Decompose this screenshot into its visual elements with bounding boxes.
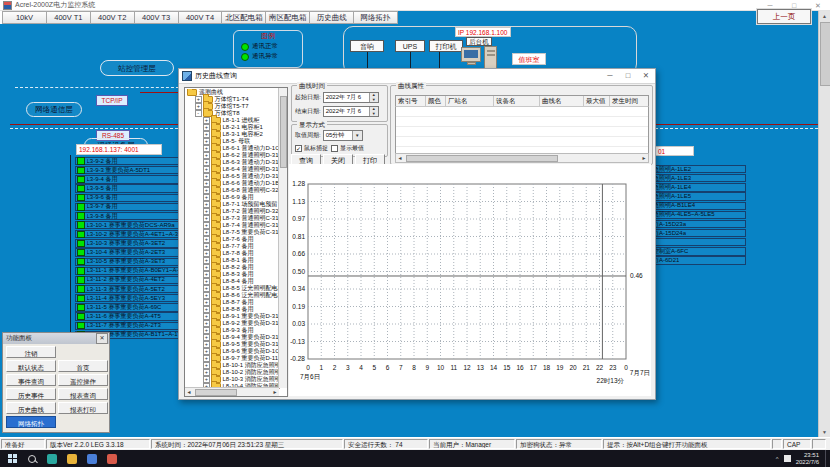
expand-toggle-icon[interactable]: + xyxy=(203,348,210,355)
func-button-历史曲线[interactable]: 历史曲线 xyxy=(6,402,56,414)
period-combo[interactable]: 05分钟 ▼ xyxy=(323,130,363,141)
device-row[interactable]: 急照明A-1LE2 xyxy=(650,165,746,173)
expand-toggle-icon[interactable]: + xyxy=(203,194,210,201)
taskbar-app-icon[interactable] xyxy=(84,452,100,465)
func-button-报表打印[interactable]: 报表打印 xyxy=(58,402,108,414)
expand-toggle-icon[interactable]: + xyxy=(203,250,210,257)
tray-white-icon[interactable] xyxy=(784,455,791,462)
expand-toggle-icon[interactable]: + xyxy=(203,131,210,138)
device-row[interactable]: L3-9-4 备用 xyxy=(75,175,179,183)
device-row[interactable]: 力A-15D24a xyxy=(650,229,746,237)
device-row[interactable]: L3-9-8 备用 xyxy=(75,212,179,220)
spinner-icon[interactable]: ▲▼ xyxy=(369,107,378,116)
device-row[interactable] xyxy=(650,238,746,246)
device-row[interactable]: L3-10-5 赛事重要负荷A-3ET3 xyxy=(75,258,179,266)
function-panel-close-icon[interactable]: ✕ xyxy=(96,333,108,344)
expand-toggle-icon[interactable]: + xyxy=(203,257,210,264)
device-row[interactable]: 力A-6D21 xyxy=(650,256,746,264)
expand-toggle-icon[interactable]: + xyxy=(203,292,210,299)
device-row[interactable]: L3-9-3 重要负荷A-5DT1 xyxy=(75,166,179,174)
func-button-首页[interactable]: 首页 xyxy=(58,360,108,372)
device-row[interactable]: 急照明A-1LE4 xyxy=(650,183,746,191)
tab-北区配电箱[interactable]: 北区配电箱 xyxy=(222,11,266,24)
func-button-注销[interactable]: 注销 xyxy=(6,346,56,358)
device-row[interactable]: L3-11-1 赛事重要负荷A-B0EY1~A-2B xyxy=(75,267,179,275)
func-button-历史事件[interactable]: 历史事件 xyxy=(6,388,56,400)
table-row[interactable] xyxy=(396,107,648,117)
table-row[interactable] xyxy=(396,137,648,147)
prev-page-button[interactable]: 上一页 xyxy=(757,9,811,24)
device-row[interactable]: 力A-15D23a xyxy=(650,220,746,228)
expand-toggle-icon[interactable]: - xyxy=(195,110,202,117)
expand-toggle-icon[interactable]: + xyxy=(203,236,210,243)
expand-toggle-icon[interactable]: + xyxy=(203,362,210,369)
windows-start-icon[interactable] xyxy=(4,452,20,465)
device-row[interactable]: 急照明A-1LE5 xyxy=(650,192,746,200)
device-row[interactable]: L3-9-7 备用 xyxy=(75,203,179,211)
device-row[interactable]: L3-10-3 赛事重要负荷A-3ET2 xyxy=(75,239,179,247)
taskbar-clock[interactable]: 23:51 2022/7/6 xyxy=(796,452,819,466)
expand-toggle-icon[interactable]: + xyxy=(203,173,210,180)
expand-toggle-icon[interactable]: + xyxy=(203,271,210,278)
show-max-checkbox[interactable] xyxy=(331,145,338,152)
tree-vertical-scrollbar[interactable] xyxy=(278,88,287,388)
func-button-默认状态[interactable]: 默认状态 xyxy=(6,360,56,372)
chevron-down-icon[interactable]: ▼ xyxy=(352,131,362,140)
device-row[interactable]: 急照明A-4LE5~A-5LE5 xyxy=(650,211,746,219)
func-button-active[interactable]: 网络拓扑 xyxy=(6,416,56,428)
device-row[interactable]: 急照明A-B1LE4 xyxy=(650,202,746,210)
device-row[interactable]: L3-10-1 赛事重要负荷DCS-AR9a xyxy=(75,221,179,229)
expand-toggle-icon[interactable]: + xyxy=(203,201,210,208)
tab-400V T2[interactable]: 400V T2 xyxy=(91,11,135,24)
device-row[interactable]: L3-10-2 赛事重要负荷A-4ET1~A-3ET1 xyxy=(75,230,179,238)
device-row[interactable]: L3-11-5 赛事重要负荷A-69C xyxy=(75,303,179,311)
expand-toggle-icon[interactable]: + xyxy=(203,355,210,362)
func-button-事件查询[interactable]: 事件查询 xyxy=(6,374,56,386)
function-panel-titlebar[interactable]: 功能面板 ✕ xyxy=(3,333,109,344)
backend-computer-icon[interactable] xyxy=(461,47,481,62)
scrollbar-thumb[interactable] xyxy=(820,22,830,86)
tab-10kV[interactable]: 10kV xyxy=(2,11,47,24)
expand-toggle-icon[interactable]: + xyxy=(203,208,210,215)
device-row[interactable]: L3-11-4 赛事重要负荷A-5EY3 xyxy=(75,294,179,302)
dialog-close-button[interactable]: ✕ xyxy=(637,69,655,83)
expand-toggle-icon[interactable]: + xyxy=(203,138,210,145)
tab-网络拓扑[interactable]: 网络拓扑 xyxy=(354,11,398,24)
expand-toggle-icon[interactable]: + xyxy=(203,243,210,250)
func-button-报表查询[interactable]: 报表查询 xyxy=(58,388,108,400)
folder-icon[interactable] xyxy=(64,452,80,465)
chevron-up-icon[interactable]: ^ xyxy=(776,456,779,462)
expand-toggle-icon[interactable]: + xyxy=(203,187,210,194)
expand-toggle-icon[interactable]: + xyxy=(195,96,202,103)
tab-400V T4[interactable]: 400V T4 xyxy=(179,11,223,24)
tab-400V T3[interactable]: 400V T3 xyxy=(135,11,179,24)
speaker-node[interactable]: 音响 xyxy=(350,40,384,52)
device-row[interactable]: L3-11-2 赛事重要负荷A-4ET2 xyxy=(75,276,179,284)
expand-toggle-icon[interactable]: + xyxy=(203,264,210,271)
spinner-icon[interactable]: ▲▼ xyxy=(369,93,378,102)
printer-node[interactable]: 打印机 xyxy=(429,40,463,52)
dialog-minimize-button[interactable]: ─ xyxy=(601,69,619,83)
canvas-vertical-scrollbar[interactable]: ▲ ▼ xyxy=(818,11,830,437)
table-horizontal-scrollbar[interactable]: ◄► xyxy=(395,153,649,163)
expand-toggle-icon[interactable]: + xyxy=(203,166,210,173)
expand-toggle-icon[interactable]: + xyxy=(203,229,210,236)
device-row[interactable]: L3-9-5 备用 xyxy=(75,184,179,192)
expand-toggle-icon[interactable]: + xyxy=(203,320,210,327)
device-row[interactable]: L3-11-6 赛事重要负荷A-4T5 xyxy=(75,312,179,320)
device-row[interactable]: L3-11-3 赛事重要负荷A-5ET2 xyxy=(75,285,179,293)
taskbar-app-icon[interactable] xyxy=(44,452,60,465)
expand-toggle-icon[interactable]: + xyxy=(203,215,210,222)
expand-toggle-icon[interactable]: + xyxy=(203,369,210,376)
expand-toggle-icon[interactable]: + xyxy=(203,278,210,285)
expand-toggle-icon[interactable]: + xyxy=(203,299,210,306)
expand-toggle-icon[interactable]: + xyxy=(203,145,210,152)
expand-toggle-icon[interactable]: + xyxy=(203,285,210,292)
ups-node[interactable]: UPS xyxy=(395,40,425,52)
search-icon[interactable] xyxy=(24,452,40,465)
dialog-maximize-button[interactable]: □ xyxy=(619,69,637,83)
device-row[interactable]: L3-9-6 备用 xyxy=(75,194,179,202)
device-row[interactable]: L3-10-4 赛事重要负荷A-2ET3 xyxy=(75,248,179,256)
taskbar-app-icon[interactable] xyxy=(104,452,120,465)
expand-toggle-icon[interactable]: + xyxy=(203,327,210,334)
